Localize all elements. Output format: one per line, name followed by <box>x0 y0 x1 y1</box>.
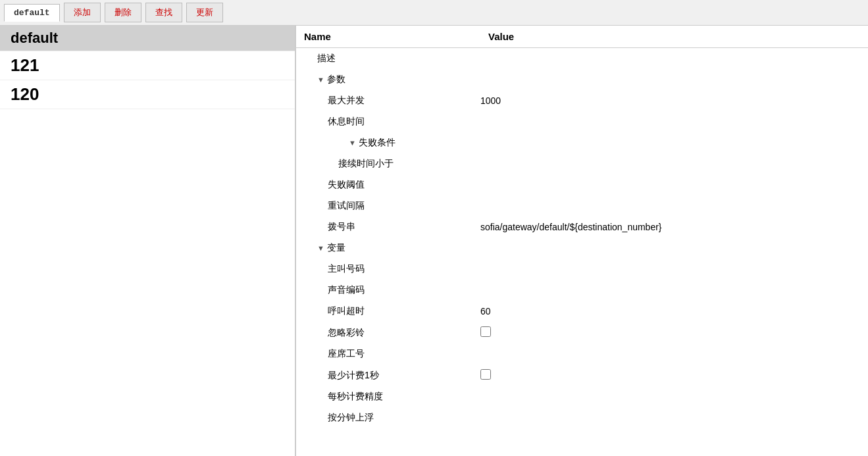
main-content: default121120 Name Value 描述▼参数最大并发1000休息… <box>0 26 868 456</box>
prop-name-label: 休息时间 <box>296 111 480 132</box>
table-row: 拨号串sofia/gateway/default/${destination_n… <box>296 216 868 238</box>
find-button[interactable]: 查找 <box>145 3 182 22</box>
prop-value-text <box>480 174 868 195</box>
table-row: 按分钟上浮 <box>296 407 868 428</box>
table-row: 每秒计费精度 <box>296 386 868 407</box>
update-button[interactable]: 更新 <box>186 3 223 22</box>
toolbar: default 添加 删除 查找 更新 <box>0 0 868 26</box>
table-row: 失败阈值 <box>296 174 868 195</box>
table-row: 接续时间小于 <box>296 153 868 174</box>
prop-value-text <box>480 343 868 365</box>
list-item-121[interactable]: 121 <box>0 51 295 80</box>
tab-default[interactable]: default <box>4 4 60 22</box>
add-button[interactable]: 添加 <box>64 3 101 22</box>
section-header[interactable]: ▼参数 <box>296 74 480 86</box>
table-row: 座席工号 <box>296 343 868 365</box>
section-header[interactable]: ▼失败条件 <box>296 137 480 149</box>
prop-value-text <box>480 111 868 132</box>
table-row: 重试间隔 <box>296 195 868 216</box>
prop-name-label: 声音编码 <box>296 280 480 301</box>
prop-name-label: 拨号串 <box>296 216 480 238</box>
section-header[interactable]: ▼变量 <box>296 242 480 254</box>
left-panel: default121120 <box>0 26 296 456</box>
collapse-arrow-icon[interactable]: ▼ <box>317 244 324 252</box>
prop-value-text <box>480 153 868 174</box>
prop-value-text: 60 <box>480 301 868 322</box>
prop-name-label: 主叫号码 <box>296 259 480 280</box>
table-row: 呼叫超时60 <box>296 301 868 322</box>
table-row: 声音编码 <box>296 280 868 301</box>
table-row: 最少计费1秒 <box>296 365 868 386</box>
delete-button[interactable]: 删除 <box>105 3 141 22</box>
checkbox-最少计费1秒[interactable] <box>480 369 491 380</box>
table-row: 忽略彩铃 <box>296 322 868 343</box>
table-row: 休息时间 <box>296 111 868 132</box>
table-row: ▼参数 <box>296 69 868 90</box>
prop-name-label: 最少计费1秒 <box>296 365 480 386</box>
list-item-default[interactable]: default <box>0 26 295 51</box>
table-row: ▼变量 <box>296 238 868 259</box>
prop-name-label: 按分钟上浮 <box>296 407 480 428</box>
section-label: 变量 <box>327 242 345 254</box>
col-header-value: Value <box>480 26 868 48</box>
section-label: 失败条件 <box>359 137 396 149</box>
prop-name-label: 重试间隔 <box>296 195 480 216</box>
col-header-name: Name <box>296 26 480 48</box>
prop-value-text: sofia/gateway/default/${destination_numb… <box>480 216 868 238</box>
table-row: ▼失败条件 <box>296 132 868 153</box>
prop-name-label: 最大并发 <box>296 90 480 111</box>
prop-value-text <box>480 195 868 216</box>
prop-name-label: 每秒计费精度 <box>296 386 480 407</box>
collapse-arrow-icon[interactable]: ▼ <box>349 139 356 147</box>
table-row: 描述 <box>296 48 868 70</box>
prop-value-text <box>480 407 868 428</box>
section-label: 参数 <box>327 74 345 86</box>
prop-name-label: 呼叫超时 <box>296 301 480 322</box>
prop-name-label: 失败阈值 <box>296 174 480 195</box>
right-panel: Name Value 描述▼参数最大并发1000休息时间▼失败条件接续时间小于失… <box>296 26 868 456</box>
prop-value-text: 1000 <box>480 90 868 111</box>
prop-value-text <box>480 259 868 280</box>
prop-name-label: 接续时间小于 <box>296 153 480 174</box>
table-row: 最大并发1000 <box>296 90 868 111</box>
property-table: Name Value 描述▼参数最大并发1000休息时间▼失败条件接续时间小于失… <box>296 26 868 428</box>
list-item-120[interactable]: 120 <box>0 80 295 109</box>
prop-value-text <box>480 48 868 70</box>
prop-name-label: 座席工号 <box>296 343 480 365</box>
table-row: 主叫号码 <box>296 259 868 280</box>
prop-name-label: 忽略彩铃 <box>296 322 480 343</box>
checkbox-忽略彩铃[interactable] <box>480 326 491 337</box>
prop-name-label: 描述 <box>296 48 480 70</box>
collapse-arrow-icon[interactable]: ▼ <box>317 76 324 84</box>
prop-value-text <box>480 386 868 407</box>
prop-value-text <box>480 280 868 301</box>
